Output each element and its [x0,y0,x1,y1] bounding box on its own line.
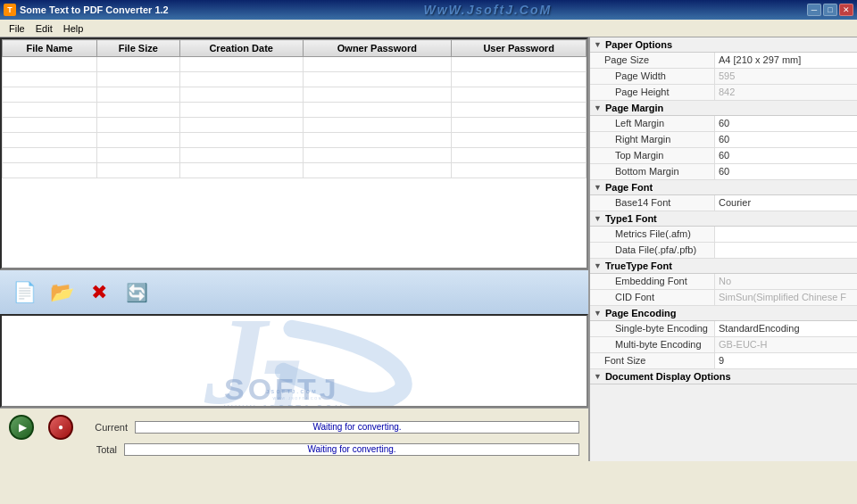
truetype-font-title: TrueType Font [605,260,672,271]
total-label: Total [77,444,117,455]
total-progress-bar: Waiting for converting. [124,443,579,456]
col-ownerpassword: Owner Password [303,40,452,57]
menu-file[interactable]: File [4,21,30,36]
refresh-button[interactable]: 🔄 [120,276,154,310]
window-title: Some Text to PDF Converter 1.2 [20,4,169,15]
page-encoding-title: Page Encoding [605,308,676,318]
delete-button[interactable]: ✖ [82,276,116,310]
collapse-truetype-icon: ▼ [594,261,602,270]
page-height-row: Page Height 842 [590,85,857,101]
base14-font-label: Base14 Font [590,195,715,211]
stop-button[interactable]: ● [48,415,73,440]
type1-font-title: Type1 Font [605,213,657,224]
play-icon: ▶ [19,421,27,434]
collapse-margin-icon: ▼ [594,103,602,112]
maximize-button[interactable]: □ [823,4,837,16]
col-filename: File Name [3,40,97,57]
page-size-label: Page Size [590,53,715,68]
menu-edit[interactable]: Edit [30,21,58,36]
window-controls: ─ □ ✕ [807,4,853,16]
page-size-row: Page Size A4 [210 x 297 mm] [590,53,857,69]
close-button[interactable]: ✕ [839,4,853,16]
multi-byte-label: Multi-byte Encoding [590,337,715,352]
cid-font-label: CID Font [590,290,715,305]
open-button[interactable]: 📂 [45,276,79,310]
left-margin-row: Left Margin 60 [590,116,857,132]
play-button[interactable]: ▶ [9,415,34,440]
file-table: File Name File Size Creation Date Owner … [2,39,587,178]
paper-options-header[interactable]: ▼ Paper Options [590,37,857,53]
bottom-bar: ▶ ● Current Waiting for converting. Tota… [0,408,588,461]
top-margin-label: Top Margin [590,148,715,163]
single-byte-value[interactable]: StandardEncoding [715,321,857,336]
col-userpassword: User Password [452,40,587,57]
table-row [3,163,587,178]
file-table-container[interactable]: File Name File Size Creation Date Owner … [0,37,588,269]
total-progress-row: Total Waiting for converting. [9,443,579,456]
top-margin-value[interactable]: 60 [715,148,857,163]
base14-font-value[interactable]: Courier [715,195,857,211]
paper-options-title: Paper Options [605,39,672,50]
right-margin-value[interactable]: 60 [715,132,857,147]
page-size-value[interactable]: A4 [210 x 297 mm] [715,53,857,68]
collapse-encoding-icon: ▼ [594,309,602,318]
metrics-file-label: Metrics File(.afm) [590,227,715,242]
menu-help[interactable]: Help [58,21,89,36]
truetype-font-header[interactable]: ▼ TrueType Font [590,259,857,274]
top-margin-row: Top Margin 60 [590,148,857,164]
left-panel: File Name File Size Creation Date Owner … [0,37,589,461]
current-progress-row: ▶ ● Current Waiting for converting. [9,415,579,440]
table-row [3,118,587,133]
preview-area: J JSOFTJ.COM WWW.JSOFTJ.COM J SOFTJ WWW.… [0,314,588,408]
table-row [3,103,587,118]
total-progress-text: Waiting for converting. [125,444,578,455]
collapse-font-icon: ▼ [594,183,602,192]
col-filesize: File Size [96,40,179,57]
embedding-font-label: Embedding Font [590,274,715,289]
page-height-label: Page Height [590,85,715,100]
current-progress-text: Waiting for converting. [136,422,578,433]
right-margin-row: Right Margin 60 [590,132,857,148]
col-creationdate: Creation Date [179,40,303,57]
new-icon: 📄 [12,281,37,304]
menu-bar: File Edit Help [0,20,857,37]
refresh-icon: 🔄 [126,282,148,303]
title-bar-left: T Some Text to PDF Converter 1.2 [4,4,169,16]
page-width-label: Page Width [590,69,715,84]
metrics-file-value[interactable] [715,227,857,242]
font-size-label: Font Size [590,353,715,368]
collapse-display-icon: ▼ [594,372,602,381]
type1-font-header[interactable]: ▼ Type1 Font [590,211,857,227]
bottom-margin-value[interactable]: 60 [715,164,857,179]
minimize-button[interactable]: ─ [807,4,821,16]
left-margin-value[interactable]: 60 [715,116,857,131]
table-row [3,72,587,87]
document-display-header[interactable]: ▼ Document Display Options [590,369,857,384]
page-width-row: Page Width 595 [590,69,857,85]
font-size-value[interactable]: 9 [715,353,857,368]
page-margin-title: Page Margin [605,103,663,113]
toolbar: 📄 📂 ✖ 🔄 [0,269,588,314]
single-byte-label: Single-byte Encoding [590,321,715,336]
metrics-file-row: Metrics File(.afm) [590,227,857,243]
multi-byte-value: GB-EUC-H [715,337,857,352]
new-button[interactable]: 📄 [7,276,41,310]
bottom-margin-label: Bottom Margin [590,164,715,179]
page-encoding-header[interactable]: ▼ Page Encoding [590,306,857,321]
multi-byte-encoding-row: Multi-byte Encoding GB-EUC-H [590,337,857,353]
page-font-header[interactable]: ▼ Page Font [590,180,857,195]
right-panel[interactable]: ▼ Paper Options Page Size A4 [210 x 297 … [589,37,857,461]
left-margin-label: Left Margin [590,116,715,131]
bottom-margin-row: Bottom Margin 60 [590,164,857,180]
stop-icon: ● [58,422,63,432]
cid-font-row: CID Font SimSun(Simplified Chinese F [590,290,857,306]
page-margin-header[interactable]: ▼ Page Margin [590,101,857,116]
table-row [3,57,587,72]
document-display-title: Document Display Options [605,371,731,382]
title-bar: T Some Text to PDF Converter 1.2 WwW.Jso… [0,0,857,20]
base14-font-row: Base14 Font Courier [590,195,857,211]
data-file-value[interactable] [715,243,857,258]
page-font-title: Page Font [605,182,653,193]
watermark-letter: J [204,314,267,408]
data-file-label: Data File(.pfa/.pfb) [590,243,715,258]
